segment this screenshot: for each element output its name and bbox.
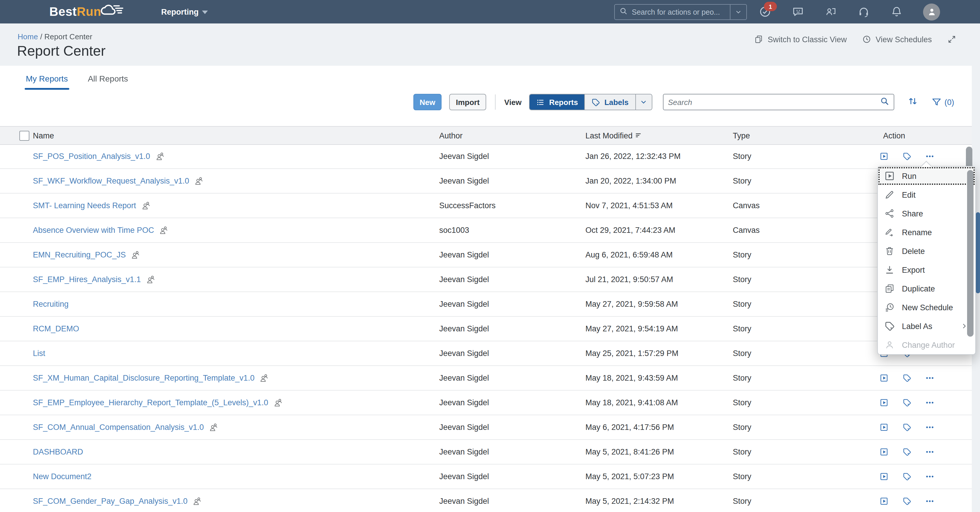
report-link[interactable]: EMN_Recruiting_POC_JS <box>33 250 126 259</box>
page-header: Home / Report Center Report Center Switc… <box>0 24 972 66</box>
shared-report-indicator <box>146 274 156 286</box>
run-report-button[interactable] <box>880 472 888 481</box>
todo-tasks-icon[interactable]: 1 <box>759 5 772 18</box>
last-modified-cell: Oct 29, 2021, 7:44:23 AM <box>585 218 675 242</box>
author-cell: Jeevan Sigdel <box>439 366 489 390</box>
notifications-bell-icon[interactable] <box>890 5 903 18</box>
author-cell: Jeevan Sigdel <box>439 243 489 267</box>
more-actions-button[interactable] <box>925 447 934 456</box>
report-link[interactable]: Recruiting <box>33 300 69 309</box>
list-toolbar: New Import View Reports Labels <box>413 94 954 110</box>
menu-item-label-as[interactable]: Label As <box>878 317 975 336</box>
expand-fullscreen-button[interactable] <box>947 35 956 44</box>
menu-item-run[interactable]: Run <box>878 166 975 185</box>
menu-item-duplicate[interactable]: Duplicate <box>878 279 975 298</box>
report-link[interactable]: DASHBOARD <box>33 447 83 456</box>
menu-item-new-schedule[interactable]: New Schedule <box>878 298 975 317</box>
report-link[interactable]: SF_COM_Gender_Pay_Gap_Analysis_v1.0 <box>33 497 188 506</box>
menu-item-delete[interactable]: Delete <box>878 242 975 260</box>
switch-classic-label: Switch to Classic View <box>768 35 847 44</box>
run-report-button[interactable] <box>880 447 888 456</box>
label-icon-wrap <box>884 321 895 331</box>
report-link[interactable]: RCM_DEMO <box>33 324 79 333</box>
tab-all-reports[interactable]: All Reports <box>88 66 128 92</box>
filter-button[interactable]: (0) <box>931 97 954 107</box>
label-report-button[interactable] <box>902 152 911 161</box>
search-scope-dropdown[interactable] <box>730 5 746 19</box>
report-link[interactable]: SF_EMP_Employee_Hierarchy_Report_Templat… <box>33 398 268 407</box>
type-cell: Story <box>733 391 751 415</box>
switch-to-classic-view-button[interactable]: Switch to Classic View <box>754 35 847 44</box>
last-modified-cell: Aug 6, 2021, 6:59:48 AM <box>585 243 673 267</box>
menu-item-share[interactable]: Share <box>878 204 975 223</box>
column-header-author[interactable]: Author <box>439 127 463 144</box>
more-actions-button[interactable] <box>925 423 934 432</box>
shared-icon <box>155 151 165 161</box>
support-headset-icon[interactable] <box>857 5 870 18</box>
report-search-input[interactable] <box>663 98 879 106</box>
feedback-icon[interactable] <box>792 5 805 18</box>
module-picker-reporting[interactable]: Reporting <box>161 7 208 16</box>
type-cell: Story <box>733 169 751 193</box>
column-header-last-modified[interactable]: Last Modified <box>585 127 643 144</box>
user-avatar[interactable] <box>923 3 940 20</box>
view-schedules-button[interactable]: View Schedules <box>862 35 932 44</box>
report-link[interactable]: List <box>33 349 45 358</box>
report-link[interactable]: SMT- Learning Needs Report <box>33 201 136 210</box>
new-button[interactable]: New <box>413 94 442 110</box>
run-report-button[interactable] <box>880 152 888 161</box>
label-report-button[interactable] <box>902 398 911 407</box>
menu-scrollbar-thumb[interactable] <box>967 170 974 337</box>
report-center-screen: BestRun Reporting Search for actions or … <box>0 0 980 512</box>
report-link[interactable]: SF_COM_Annual_Compensation_Analysis_v1.0 <box>33 423 204 432</box>
report-list-card: My Reports All Reports New Import View R… <box>0 66 972 512</box>
chevron-down-icon <box>640 98 648 106</box>
report-link[interactable]: SF_EMP_Hires_Analysis_v1.1 <box>33 275 141 284</box>
menu-item-edit[interactable]: Edit <box>878 185 975 204</box>
column-header-last-modified-label: Last Modified <box>585 131 633 140</box>
column-header-type[interactable]: Type <box>733 127 750 144</box>
tab-my-reports[interactable]: My Reports <box>26 66 68 92</box>
people-directory-icon[interactable] <box>824 5 837 18</box>
more-actions-button[interactable] <box>925 152 934 161</box>
run-report-button[interactable] <box>880 398 888 407</box>
segment-reports[interactable]: Reports <box>530 94 584 110</box>
run-report-button[interactable] <box>880 423 888 432</box>
menu-item-export[interactable]: Export <box>878 260 975 279</box>
label-report-button[interactable] <box>902 374 911 382</box>
view-dropdown-button[interactable] <box>635 94 651 110</box>
search-icon[interactable] <box>879 96 889 108</box>
table-row: ListJeevan SigdelMay 25, 2021, 1:57:29 P… <box>0 341 972 366</box>
label-icon <box>902 374 911 382</box>
run-report-button[interactable] <box>880 497 888 506</box>
menu-item-label: Export <box>902 265 925 274</box>
author-cell: SuccessFactors <box>439 193 496 217</box>
label-report-button[interactable] <box>902 497 911 506</box>
sort-button[interactable] <box>907 96 918 108</box>
more-actions-button[interactable] <box>925 374 934 382</box>
report-link[interactable]: Absence Overview with Time POC <box>33 226 154 235</box>
report-link[interactable]: SF_WKF_Workflow_Request_Analysis_v1.0 <box>33 176 189 185</box>
report-link[interactable]: SF_XM_Human_Capital_Disclosure_Reporting… <box>33 374 255 382</box>
select-all-checkbox[interactable] <box>19 131 29 141</box>
menu-item-label: Change Author <box>902 341 955 349</box>
label-report-button[interactable] <box>902 447 911 456</box>
report-name-cell: List <box>33 341 45 365</box>
report-search[interactable] <box>663 94 894 110</box>
report-link[interactable]: SF_POS_Position_Analysis_v1.0 <box>33 152 150 161</box>
more-actions-button[interactable] <box>925 497 934 506</box>
column-header-name[interactable]: Name <box>33 127 54 144</box>
breadcrumb-home-link[interactable]: Home <box>18 32 38 41</box>
label-report-button[interactable] <box>902 472 911 481</box>
report-link[interactable]: New Document2 <box>33 472 92 481</box>
type-cell: Story <box>733 464 751 488</box>
import-button[interactable]: Import <box>450 94 486 110</box>
menu-item-rename[interactable]: Rename <box>878 223 975 242</box>
page-scrollbar-thumb[interactable] <box>976 212 980 293</box>
segment-labels[interactable]: Labels <box>584 94 635 110</box>
more-actions-button[interactable] <box>925 472 934 481</box>
more-actions-button[interactable] <box>925 398 934 407</box>
run-report-button[interactable] <box>880 374 888 382</box>
label-report-button[interactable] <box>902 423 911 432</box>
global-search[interactable]: Search for actions or peo... <box>614 4 747 20</box>
